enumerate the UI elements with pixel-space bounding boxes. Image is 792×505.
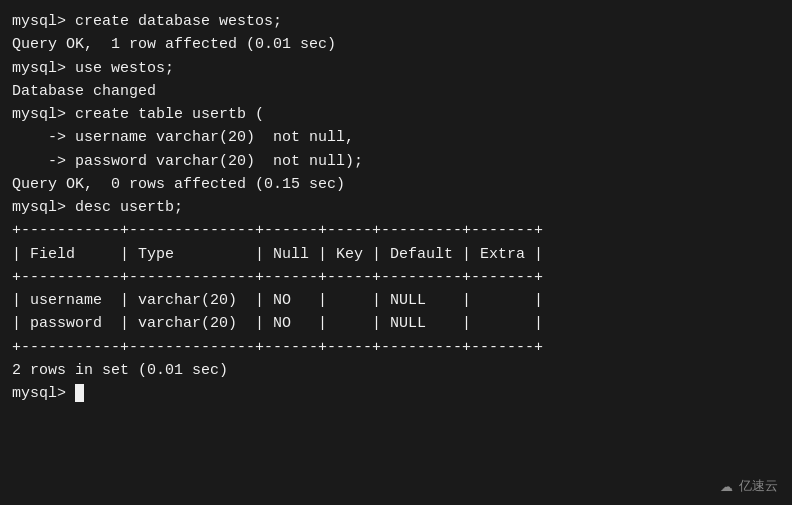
terminal-line: 2 rows in set (0.01 sec) (12, 359, 780, 382)
terminal-output: mysql> create database westos;Query OK, … (12, 10, 780, 405)
terminal-line: +-----------+--------------+------+-----… (12, 219, 780, 242)
watermark: ☁ 亿速云 (717, 477, 778, 495)
terminal-line: mysql> desc usertb; (12, 196, 780, 219)
terminal-line: | Field | Type | Null | Key | Default | … (12, 243, 780, 266)
watermark-text: 亿速云 (739, 477, 778, 495)
terminal-line: mysql> create database westos; (12, 10, 780, 33)
terminal-line: -> password varchar(20) not null); (12, 150, 780, 173)
terminal-line: mysql> (12, 382, 780, 405)
terminal-line: mysql> create table usertb ( (12, 103, 780, 126)
terminal-window: mysql> create database westos;Query OK, … (0, 0, 792, 505)
terminal-line: +-----------+--------------+------+-----… (12, 336, 780, 359)
terminal-line: mysql> use westos; (12, 57, 780, 80)
cursor (75, 384, 84, 402)
terminal-line: | password | varchar(20) | NO | | NULL |… (12, 312, 780, 335)
terminal-line: +-----------+--------------+------+-----… (12, 266, 780, 289)
terminal-line: Database changed (12, 80, 780, 103)
terminal-line: -> username varchar(20) not null, (12, 126, 780, 149)
terminal-line: Query OK, 1 row affected (0.01 sec) (12, 33, 780, 56)
cloud-icon: ☁ (717, 477, 735, 495)
terminal-line: | username | varchar(20) | NO | | NULL |… (12, 289, 780, 312)
terminal-line: Query OK, 0 rows affected (0.15 sec) (12, 173, 780, 196)
